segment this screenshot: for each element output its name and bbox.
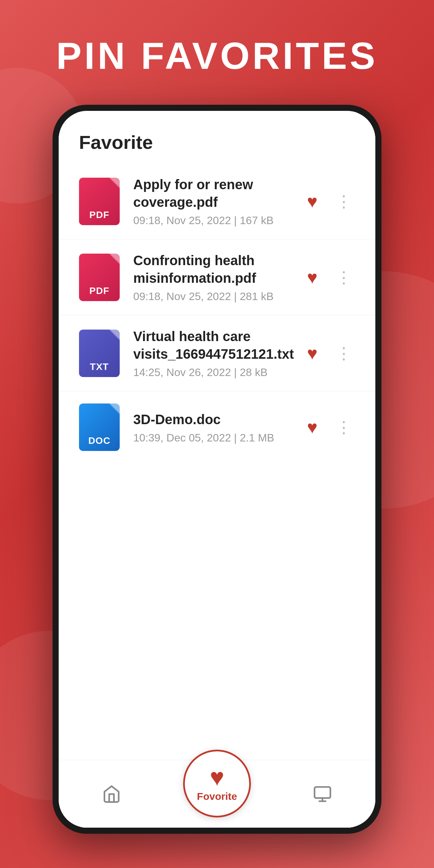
file-name: Apply for or renew coverage.pdf (133, 176, 301, 211)
file-icon-pdf: PDF (79, 254, 120, 301)
more-options-button[interactable]: ⋮ (332, 416, 355, 439)
phone-frame: Favorite PDF Apply for or renew coverage… (53, 105, 381, 834)
file-actions: ♥ ⋮ (301, 416, 355, 439)
list-item[interactable]: PDF Confronting health misinformation.pd… (59, 239, 375, 315)
more-icon: ⋮ (336, 344, 351, 363)
file-meta: 09:18, Nov 25, 2022 | 281 kB (133, 290, 301, 303)
file-meta: 09:18, Nov 25, 2022 | 167 kB (133, 214, 301, 227)
spacer (59, 462, 375, 760)
file-name: Confronting health misinformation.pdf (133, 252, 301, 287)
more-icon: ⋮ (336, 268, 351, 287)
file-actions: ♥ ⋮ (301, 190, 355, 213)
more-icon: ⋮ (336, 192, 351, 211)
file-actions: ♥ ⋮ (301, 342, 355, 365)
file-info: Confronting health misinformation.pdf 09… (133, 252, 301, 303)
heart-icon: ♥ (307, 343, 318, 363)
file-name: 3D-Demo.doc (133, 411, 301, 428)
page-title: PIN FAVORITES (56, 34, 378, 78)
tools-icon (313, 785, 332, 804)
heart-icon: ♥ (307, 191, 318, 212)
favorite-button[interactable]: ♥ (301, 342, 324, 365)
phone-screen: Favorite PDF Apply for or renew coverage… (59, 111, 375, 828)
list-item[interactable]: PDF Apply for or renew coverage.pdf 09:1… (59, 163, 375, 239)
file-type-label: DOC (88, 435, 110, 446)
list-item[interactable]: TXT Virtual health care visits_166944751… (59, 315, 375, 391)
file-meta: 14:25, Nov 26, 2022 | 28 kB (133, 366, 301, 379)
more-options-button[interactable]: ⋮ (332, 342, 355, 365)
more-icon: ⋮ (336, 418, 351, 437)
nav-item-home[interactable] (84, 785, 139, 804)
svg-rect-1 (315, 787, 331, 798)
screen-content: Favorite PDF Apply for or renew coverage… (59, 111, 375, 828)
file-list: PDF Apply for or renew coverage.pdf 09:1… (59, 163, 375, 462)
heart-icon: ♥ (307, 417, 318, 437)
file-name: Virtual health care visits_1669447512121… (133, 328, 301, 363)
bottom-nav: ♥ Fovorite (59, 760, 375, 828)
file-info: Virtual health care visits_1669447512121… (133, 328, 301, 379)
file-meta: 10:39, Dec 05, 2022 | 2.1 MB (133, 432, 301, 444)
home-icon (102, 785, 121, 804)
file-type-label: PDF (90, 210, 110, 220)
favorite-button[interactable]: ♥ (301, 266, 324, 289)
favorite-heart-icon: ♥ (210, 765, 224, 789)
file-icon-txt: TXT (79, 330, 120, 377)
file-type-label: PDF (90, 285, 110, 296)
file-info: 3D-Demo.doc 10:39, Dec 05, 2022 | 2.1 MB (133, 411, 301, 444)
more-options-button[interactable]: ⋮ (332, 190, 355, 213)
nav-item-favorite[interactable]: ♥ Fovorite (183, 750, 251, 817)
favorite-button[interactable]: ♥ (301, 416, 324, 439)
section-title: Favorite (59, 111, 375, 163)
file-info: Apply for or renew coverage.pdf 09:18, N… (133, 176, 301, 227)
favorite-nav-label: Fovorite (197, 791, 237, 802)
nav-item-tools[interactable] (295, 785, 350, 804)
file-actions: ♥ ⋮ (301, 266, 355, 289)
file-icon-doc: DOC (79, 403, 120, 451)
list-item[interactable]: DOC 3D-Demo.doc 10:39, Dec 05, 2022 | 2.… (59, 391, 375, 462)
heart-icon: ♥ (307, 267, 318, 288)
favorite-button[interactable]: ♥ (301, 190, 324, 213)
file-type-label: TXT (90, 361, 109, 372)
file-icon-pdf: PDF (79, 178, 120, 225)
more-options-button[interactable]: ⋮ (332, 266, 355, 289)
